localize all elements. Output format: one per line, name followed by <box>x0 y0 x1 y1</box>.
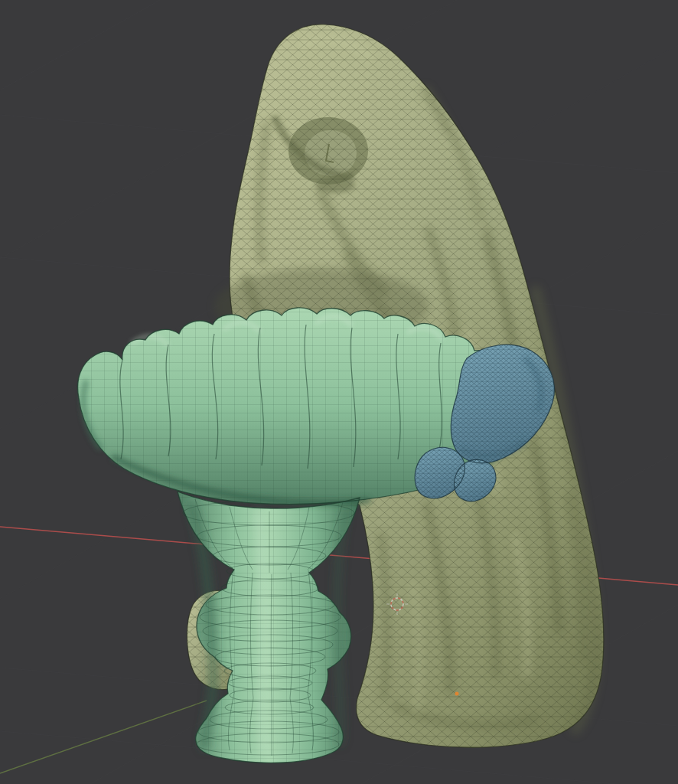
3d-viewport[interactable] <box>0 0 678 784</box>
object-origin-dot <box>455 692 459 696</box>
viewport-canvas[interactable] <box>0 0 678 784</box>
